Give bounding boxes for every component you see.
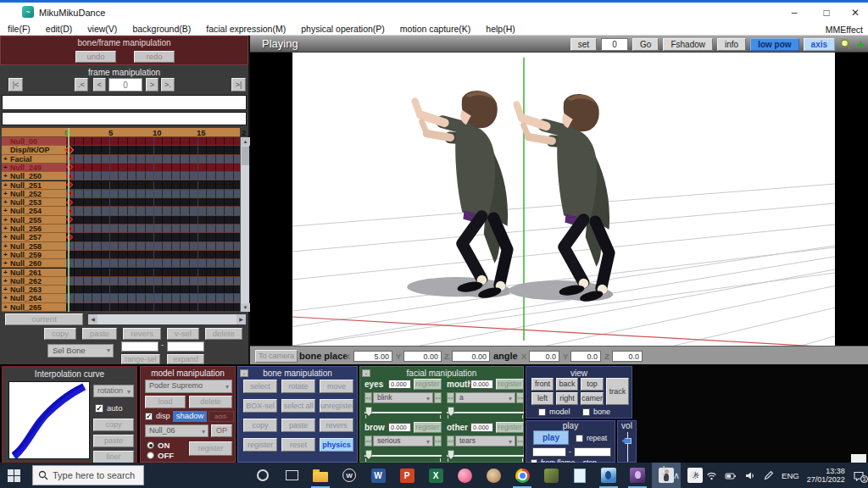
timeline-row-label[interactable]: +Null_257 — [2, 233, 66, 241]
pos-x-input[interactable] — [353, 351, 392, 362]
excel-icon[interactable]: X — [421, 463, 450, 488]
timeline-row-track[interactable] — [66, 146, 240, 154]
timeline-row-label[interactable]: +Null_262 — [2, 277, 66, 286]
track-button[interactable]: track — [606, 378, 629, 405]
prev-morph-button[interactable]: << — [364, 392, 372, 403]
timeline-row[interactable]: +Null_254 — [2, 207, 240, 215]
view-top-button[interactable]: top — [581, 378, 604, 391]
wifi-icon[interactable] — [706, 470, 717, 481]
expand-button[interactable]: expand — [167, 354, 204, 364]
battery-icon[interactable] — [725, 470, 737, 481]
bone-checkbox[interactable]: bone — [582, 408, 610, 416]
microphone-icon[interactable] — [687, 470, 698, 481]
rot-x-input[interactable] — [529, 351, 559, 362]
cortana-icon[interactable] — [248, 463, 277, 488]
timeline-row-track[interactable] — [66, 303, 240, 312]
timeline-row-label[interactable]: +Null_251 — [2, 181, 66, 190]
slider-handle[interactable] — [448, 450, 454, 459]
bone-physics-button[interactable]: physics — [320, 438, 353, 452]
model-checkbox[interactable]: model — [538, 408, 570, 416]
view-left-button[interactable]: left — [531, 392, 554, 405]
timeline-row-track[interactable] — [66, 225, 240, 233]
menu-item[interactable]: physical operation(P) — [293, 24, 392, 34]
timeline-row-label[interactable]: +Null_263 — [2, 286, 66, 294]
model-dropdown[interactable]: Poder Supremo▾ — [145, 380, 232, 393]
minimize-button[interactable]: – — [780, 3, 809, 23]
bone-box-sel-button[interactable]: BOX-sel — [243, 399, 277, 413]
timeline-row[interactable]: Disp/IK/OP — [2, 146, 240, 154]
magnifier-icon[interactable] — [839, 38, 852, 51]
prev-morph-button[interactable]: << — [447, 392, 454, 403]
timeline-row[interactable]: +Null_261 — [2, 269, 240, 277]
language-indicator[interactable]: ENG — [782, 471, 799, 480]
timeline-row-track[interactable] — [66, 286, 240, 294]
next-frame-button[interactable]: > — [146, 78, 159, 92]
bone-unregisted-button[interactable]: unregisted — [320, 399, 353, 413]
timeline-row-track[interactable] — [66, 242, 240, 251]
interp-liner-button[interactable]: liner — [93, 451, 134, 463]
slider-handle[interactable] — [365, 407, 372, 416]
start-button[interactable] — [8, 469, 20, 482]
timeline-row-track[interactable] — [66, 190, 240, 198]
off-radio[interactable]: OFF — [147, 451, 174, 460]
file-explorer-icon[interactable] — [306, 463, 335, 488]
bone-revers-button[interactable]: revers — [320, 419, 353, 432]
go-button[interactable]: Go — [632, 38, 659, 51]
search-input[interactable] — [53, 470, 137, 480]
bone-paste-button[interactable]: paste — [281, 419, 315, 432]
timeline-row-track[interactable] — [66, 181, 240, 190]
bone-list-box[interactable] — [2, 95, 247, 110]
taskbar-search[interactable] — [32, 465, 144, 485]
frame-copy-button[interactable]: copy — [44, 328, 76, 340]
facial-value-input[interactable]: 0.000 — [388, 380, 411, 389]
facial-register-button[interactable]: register — [496, 379, 524, 390]
first-frame-button[interactable]: |< — [8, 78, 23, 92]
timeline-row[interactable]: +Null_253 — [2, 198, 240, 207]
repeat-checkbox[interactable]: repeat — [576, 434, 607, 442]
tray-expand-icon[interactable]: ∧ — [673, 470, 680, 481]
task-view-icon[interactable] — [277, 463, 306, 488]
facial-register-button[interactable]: register — [414, 422, 442, 433]
facial-slider[interactable] — [447, 407, 524, 419]
menu-item[interactable]: facial expression(M) — [198, 24, 293, 34]
maximize-button[interactable]: □ — [812, 3, 841, 23]
scroll-right-icon[interactable]: ▶ — [236, 314, 246, 324]
op-button[interactable]: OP — [211, 424, 232, 437]
viewport[interactable]: Playing set Go Fshadow info low pow axis… — [250, 36, 868, 346]
close-button[interactable]: ✕ — [841, 3, 868, 23]
timeline-row-label[interactable]: +Null_253 — [2, 198, 66, 207]
timeline-row-track[interactable] — [66, 198, 240, 207]
paint-app-icon[interactable] — [479, 463, 508, 488]
pen-icon[interactable] — [763, 470, 774, 481]
frame-paste-button[interactable]: paste — [82, 328, 117, 340]
facial-morph-dropdown[interactable]: a▾ — [455, 392, 515, 403]
facial-slider[interactable] — [447, 450, 524, 462]
powerpoint-icon[interactable]: P — [392, 463, 421, 488]
slider-handle[interactable] — [448, 407, 454, 416]
notepad-app-icon[interactable] — [565, 463, 594, 488]
taskbar-scroll-arrows[interactable]: ∧∨ — [658, 464, 670, 478]
interpolation-canvas[interactable] — [8, 381, 90, 459]
timeline-row-track[interactable] — [66, 259, 240, 268]
timeline-row[interactable]: +Null_260 — [2, 259, 240, 268]
redo-button[interactable]: redo — [134, 51, 175, 63]
prev-frame-button[interactable]: < — [93, 78, 106, 92]
timeline-vertical-scrollbar[interactable]: ▲ ▼ — [240, 137, 249, 312]
timeline[interactable]: Null_00Disp/IK/OP+Facial+Null_249+Null_2… — [2, 137, 240, 312]
pos-y-input[interactable] — [403, 351, 442, 362]
plus-icon[interactable]: + — [856, 38, 865, 51]
next-morph-button[interactable]: >> — [434, 392, 442, 403]
timeline-row-label[interactable]: Disp/IK/OP — [2, 146, 66, 154]
facial-value-input[interactable]: 0.000 — [470, 380, 493, 389]
slider-handle[interactable] — [365, 450, 372, 459]
timeline-row-track[interactable] — [66, 207, 240, 215]
timeline-row[interactable]: +Null_258 — [2, 242, 240, 251]
menu-item[interactable]: help(H) — [478, 24, 522, 34]
next-morph-button[interactable]: >> — [434, 435, 442, 446]
view-camer-button[interactable]: camer — [581, 392, 604, 405]
current-button[interactable]: current — [5, 313, 83, 325]
rot-y-input[interactable] — [570, 351, 601, 362]
bone-copy-button[interactable]: copy — [243, 419, 277, 432]
rot-z-input[interactable] — [612, 351, 643, 362]
bone-select-all-button[interactable]: select all — [281, 399, 315, 413]
